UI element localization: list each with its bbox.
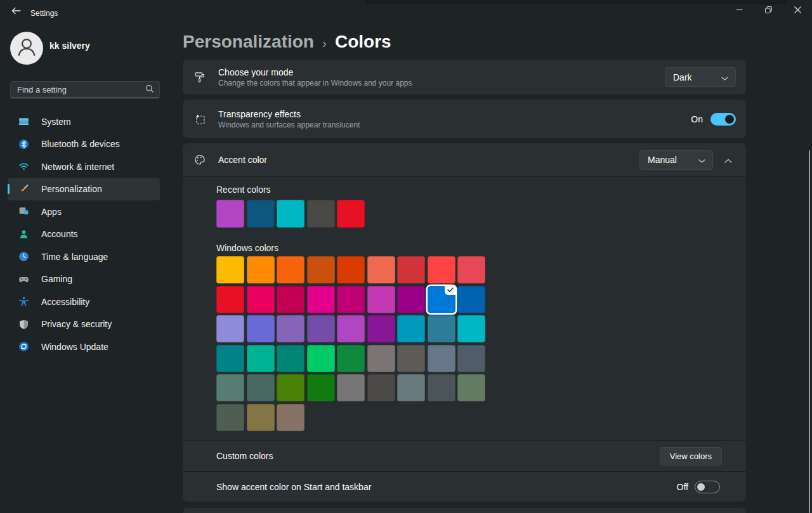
color-swatch[interactable] [367,256,395,283]
avatar[interactable] [10,32,43,65]
choose-mode-title: Choose your mode [218,67,412,78]
sidebar-item-label: Bluetooth & devices [41,139,120,149]
sidebar-item-system[interactable]: System [8,110,160,133]
color-swatch[interactable] [457,345,485,372]
color-swatch[interactable] [367,345,395,372]
color-swatch[interactable] [337,374,365,401]
sidebar-item-personalization[interactable]: Personalization [8,178,160,201]
sidebar-item-accessibility[interactable]: Accessibility [8,290,160,313]
color-swatch[interactable] [307,315,335,342]
color-swatch[interactable] [337,256,365,283]
color-swatch[interactable] [277,256,304,283]
color-swatch[interactable] [277,345,304,372]
color-swatch[interactable] [307,345,335,372]
color-swatch[interactable] [216,374,244,401]
color-swatch[interactable] [307,286,335,313]
color-swatch[interactable] [367,374,395,401]
accent-color-panel: Recent colors Windows colors [183,176,746,441]
recent-color-swatch[interactable] [277,200,304,228]
sidebar-item-privacy-security[interactable]: Privacy & security [8,313,160,336]
color-swatch[interactable] [307,374,335,401]
color-swatch[interactable] [216,404,244,431]
recent-color-swatch[interactable] [337,200,365,228]
color-swatch[interactable] [428,345,455,372]
restore-button[interactable] [754,0,783,20]
toggle-knob [697,483,705,491]
color-swatch[interactable] [277,315,304,342]
close-button[interactable] [783,0,812,20]
sidebar-item-time-language[interactable]: Time & language [8,245,160,268]
accent-color-header[interactable]: Accent color Manual [183,143,746,176]
color-swatch[interactable] [337,286,365,313]
color-swatch[interactable] [397,256,425,283]
color-swatch[interactable] [216,286,244,313]
personalization-icon [18,184,29,195]
color-swatch[interactable] [277,374,304,401]
recent-color-swatch[interactable] [216,200,244,228]
sidebar-item-windows-update[interactable]: Windows Update [8,335,160,358]
check-icon [447,287,454,292]
view-colors-button[interactable]: View colors [660,447,722,465]
vertical-scrollbar[interactable] [809,150,810,513]
color-swatch[interactable] [457,374,485,401]
minimize-button[interactable] [724,0,754,20]
color-swatch[interactable] [428,315,455,342]
color-swatch[interactable] [307,256,335,283]
color-swatch[interactable] [277,404,304,431]
accounts-icon [18,229,29,240]
accessibility-icon [18,296,29,307]
accent-color-title: Accent color [218,154,267,166]
color-swatch[interactable] [397,374,425,401]
show-accent-start-row: Show accent color on Start and taskbar O… [183,471,746,502]
color-swatch-selected[interactable] [428,286,455,313]
sidebar-item-bluetooth-devices[interactable]: Bluetooth & devices [8,133,160,156]
color-swatch[interactable] [337,315,365,342]
color-swatch[interactable] [457,286,485,313]
color-swatch[interactable] [367,286,395,313]
sidebar-item-gaming[interactable]: Gaming [8,268,160,291]
color-swatch[interactable] [397,315,425,342]
color-swatch[interactable] [277,286,304,313]
color-swatch[interactable] [247,256,275,283]
search-box[interactable] [10,81,160,98]
breadcrumb-parent[interactable]: Personalization [183,32,314,52]
color-swatch[interactable] [247,286,275,313]
sidebar-item-network-internet[interactable]: Network & internet [8,155,160,178]
mode-dropdown-value: Dark [673,72,692,82]
show-accent-start-toggle[interactable] [695,481,720,493]
recent-color-swatch[interactable] [247,200,275,228]
transparency-toggle[interactable] [710,113,736,126]
color-swatch[interactable] [367,315,395,342]
color-swatch[interactable] [457,315,485,342]
sidebar-item-label: Windows Update [41,342,108,352]
accent-mode-dropdown[interactable]: Manual [639,150,713,170]
color-swatch[interactable] [247,315,275,342]
color-swatch[interactable] [397,345,425,372]
sidebar-item-accounts[interactable]: Accounts [8,223,160,246]
custom-colors-label: Custom colors [216,451,273,461]
color-swatch[interactable] [457,256,485,283]
sidebar-item-apps[interactable]: Apps [8,200,160,223]
color-swatch[interactable] [337,345,365,372]
color-swatch[interactable] [428,374,455,401]
back-button[interactable] [6,3,25,20]
color-swatch[interactable] [428,256,455,283]
windows-colors-grid [216,256,485,431]
selected-indicator [8,184,10,194]
mode-dropdown[interactable]: Dark [665,67,736,87]
transparency-state-label: On [691,114,703,124]
color-swatch[interactable] [216,315,244,342]
minimize-icon [736,4,743,16]
page-title: Colors [335,32,391,52]
color-swatch[interactable] [247,345,275,372]
color-swatch[interactable] [247,374,275,401]
recent-color-swatch[interactable] [307,200,335,228]
color-swatch[interactable] [216,345,244,372]
color-swatch[interactable] [216,256,244,283]
color-swatch[interactable] [397,286,425,313]
recent-colors-label: Recent colors [216,185,746,195]
sidebar-item-label: Network & internet [41,162,114,172]
collapse-section-button[interactable] [721,152,736,167]
color-swatch[interactable] [247,404,275,431]
search-input[interactable] [17,85,145,94]
